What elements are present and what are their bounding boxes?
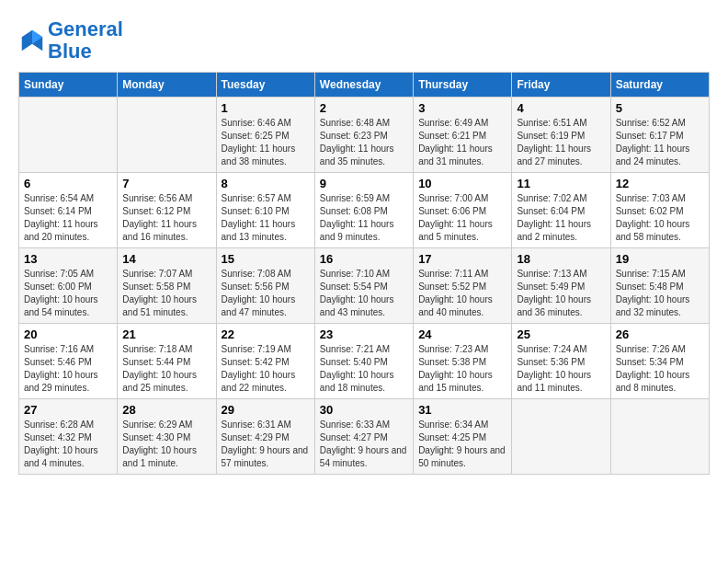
day-info: Sunrise: 7:16 AMSunset: 5:46 PMDaylight:… (24, 343, 112, 395)
calendar-cell: 10Sunrise: 7:00 AMSunset: 6:06 PMDayligh… (414, 173, 512, 248)
day-number: 23 (320, 327, 408, 341)
calendar-cell: 22Sunrise: 7:19 AMSunset: 5:42 PMDayligh… (216, 324, 314, 399)
calendar-cell: 8Sunrise: 6:57 AMSunset: 6:10 PMDaylight… (216, 173, 314, 248)
day-number: 6 (24, 177, 112, 190)
day-number: 2 (320, 101, 408, 115)
day-info: Sunrise: 7:10 AMSunset: 5:54 PMDaylight:… (320, 268, 408, 319)
day-info: Sunrise: 6:29 AMSunset: 4:30 PMDaylight:… (122, 419, 210, 470)
day-number: 19 (616, 252, 704, 266)
day-number: 16 (320, 252, 408, 266)
day-number: 27 (24, 403, 112, 417)
day-number: 10 (418, 177, 506, 190)
day-info: Sunrise: 6:49 AMSunset: 6:21 PMDaylight:… (418, 117, 506, 168)
day-number: 20 (24, 327, 112, 341)
calendar-cell: 21Sunrise: 7:18 AMSunset: 5:44 PMDayligh… (118, 324, 216, 399)
calendar-cell: 11Sunrise: 7:02 AMSunset: 6:04 PMDayligh… (512, 173, 610, 248)
day-number: 11 (517, 177, 605, 190)
day-info: Sunrise: 6:33 AMSunset: 4:27 PMDaylight:… (320, 419, 408, 470)
day-number: 17 (418, 252, 506, 266)
day-info: Sunrise: 6:48 AMSunset: 6:23 PMDaylight:… (320, 117, 408, 168)
day-info: Sunrise: 7:18 AMSunset: 5:44 PMDaylight:… (122, 343, 210, 395)
calendar-cell: 25Sunrise: 7:24 AMSunset: 5:36 PMDayligh… (512, 324, 610, 399)
calendar-cell: 17Sunrise: 7:11 AMSunset: 5:52 PMDayligh… (414, 248, 512, 324)
calendar-cell: 2Sunrise: 6:48 AMSunset: 6:23 PMDaylight… (314, 98, 413, 173)
day-number: 4 (517, 101, 605, 115)
day-info: Sunrise: 7:02 AMSunset: 6:04 PMDaylight:… (517, 192, 605, 244)
day-info: Sunrise: 7:13 AMSunset: 5:49 PMDaylight:… (517, 268, 605, 319)
calendar-cell: 26Sunrise: 7:26 AMSunset: 5:34 PMDayligh… (610, 324, 709, 399)
day-number: 22 (222, 327, 310, 341)
day-number: 15 (222, 252, 310, 266)
weekday-header-saturday: Saturday (610, 73, 709, 98)
day-info: Sunrise: 6:56 AMSunset: 6:12 PMDaylight:… (122, 192, 210, 244)
day-number: 24 (418, 327, 506, 341)
calendar-cell: 12Sunrise: 7:03 AMSunset: 6:02 PMDayligh… (610, 173, 709, 248)
day-info: Sunrise: 6:54 AMSunset: 6:14 PMDaylight:… (24, 192, 112, 244)
day-number: 14 (122, 252, 210, 266)
day-number: 12 (616, 177, 704, 190)
calendar-cell: 3Sunrise: 6:49 AMSunset: 6:21 PMDaylight… (414, 98, 512, 173)
calendar-cell: 16Sunrise: 7:10 AMSunset: 5:54 PMDayligh… (314, 248, 413, 324)
day-info: Sunrise: 6:57 AMSunset: 6:10 PMDaylight:… (222, 192, 310, 244)
day-info: Sunrise: 7:19 AMSunset: 5:42 PMDaylight:… (222, 343, 310, 395)
calendar-cell: 14Sunrise: 7:07 AMSunset: 5:58 PMDayligh… (118, 248, 216, 324)
day-number: 31 (418, 403, 506, 417)
day-info: Sunrise: 7:05 AMSunset: 6:00 PMDaylight:… (24, 268, 112, 319)
calendar-week-row: 27Sunrise: 6:28 AMSunset: 4:32 PMDayligh… (19, 399, 710, 475)
calendar-table: SundayMondayTuesdayWednesdayThursdayFrid… (18, 72, 710, 475)
day-number: 28 (122, 403, 210, 417)
calendar-cell: 19Sunrise: 7:15 AMSunset: 5:48 PMDayligh… (610, 248, 709, 324)
calendar-cell: 4Sunrise: 6:51 AMSunset: 6:19 PMDaylight… (512, 98, 610, 173)
logo-icon (18, 27, 46, 54)
calendar-week-row: 1Sunrise: 6:46 AMSunset: 6:25 PMDaylight… (19, 98, 710, 173)
weekday-header-thursday: Thursday (414, 73, 512, 98)
calendar-cell: 27Sunrise: 6:28 AMSunset: 4:32 PMDayligh… (19, 399, 118, 475)
logo: General Blue (18, 18, 123, 63)
day-info: Sunrise: 7:24 AMSunset: 5:36 PMDaylight:… (517, 343, 605, 395)
day-number: 30 (320, 403, 408, 417)
day-number: 8 (222, 177, 310, 190)
day-info: Sunrise: 6:52 AMSunset: 6:17 PMDaylight:… (616, 117, 704, 168)
day-number: 9 (320, 177, 408, 190)
calendar-cell: 24Sunrise: 7:23 AMSunset: 5:38 PMDayligh… (414, 324, 512, 399)
calendar-cell: 20Sunrise: 7:16 AMSunset: 5:46 PMDayligh… (19, 324, 118, 399)
day-info: Sunrise: 6:31 AMSunset: 4:29 PMDaylight:… (222, 419, 310, 470)
calendar-cell (19, 98, 118, 173)
day-number: 7 (122, 177, 210, 190)
calendar-cell: 18Sunrise: 7:13 AMSunset: 5:49 PMDayligh… (512, 248, 610, 324)
day-number: 5 (616, 101, 704, 115)
day-info: Sunrise: 6:28 AMSunset: 4:32 PMDaylight:… (24, 419, 112, 470)
calendar-cell: 1Sunrise: 6:46 AMSunset: 6:25 PMDaylight… (216, 98, 314, 173)
calendar-cell (118, 98, 216, 173)
day-number: 1 (222, 101, 310, 115)
weekday-header-monday: Monday (118, 73, 216, 98)
weekday-header-sunday: Sunday (19, 73, 118, 98)
calendar-week-row: 13Sunrise: 7:05 AMSunset: 6:00 PMDayligh… (19, 248, 710, 324)
calendar-cell: 23Sunrise: 7:21 AMSunset: 5:40 PMDayligh… (314, 324, 413, 399)
logo-blue: Blue (48, 40, 92, 63)
day-info: Sunrise: 7:03 AMSunset: 6:02 PMDaylight:… (616, 192, 704, 244)
day-info: Sunrise: 6:51 AMSunset: 6:19 PMDaylight:… (517, 117, 605, 168)
weekday-header-wednesday: Wednesday (314, 73, 413, 98)
calendar-cell: 28Sunrise: 6:29 AMSunset: 4:30 PMDayligh… (118, 399, 216, 475)
day-info: Sunrise: 7:26 AMSunset: 5:34 PMDaylight:… (616, 343, 704, 395)
calendar-cell (512, 399, 610, 475)
weekday-header-friday: Friday (512, 73, 610, 98)
weekday-header-tuesday: Tuesday (216, 73, 314, 98)
page-header: General Blue (18, 18, 710, 63)
calendar-cell: 9Sunrise: 6:59 AMSunset: 6:08 PMDaylight… (314, 173, 413, 248)
weekday-header-row: SundayMondayTuesdayWednesdayThursdayFrid… (19, 73, 710, 98)
day-info: Sunrise: 6:34 AMSunset: 4:25 PMDaylight:… (418, 419, 506, 470)
calendar-cell: 13Sunrise: 7:05 AMSunset: 6:00 PMDayligh… (19, 248, 118, 324)
calendar-cell: 7Sunrise: 6:56 AMSunset: 6:12 PMDaylight… (118, 173, 216, 248)
day-number: 18 (517, 252, 605, 266)
day-number: 21 (122, 327, 210, 341)
logo-text: General Blue (48, 18, 123, 63)
calendar-cell: 15Sunrise: 7:08 AMSunset: 5:56 PMDayligh… (216, 248, 314, 324)
calendar-cell (610, 399, 709, 475)
day-info: Sunrise: 6:46 AMSunset: 6:25 PMDaylight:… (222, 117, 310, 168)
day-info: Sunrise: 7:15 AMSunset: 5:48 PMDaylight:… (616, 268, 704, 319)
day-number: 26 (616, 327, 704, 341)
calendar-cell: 31Sunrise: 6:34 AMSunset: 4:25 PMDayligh… (414, 399, 512, 475)
day-number: 13 (24, 252, 112, 266)
